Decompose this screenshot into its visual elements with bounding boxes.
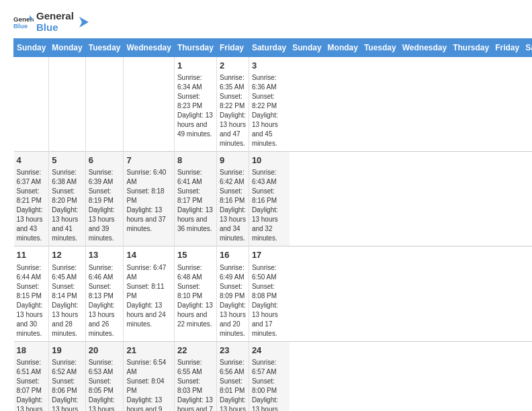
day-number: 15 bbox=[177, 249, 214, 261]
day-number: 9 bbox=[220, 154, 246, 167]
calendar-cell bbox=[124, 57, 174, 152]
svg-marker-3 bbox=[79, 17, 89, 28]
header: General Blue General Blue bbox=[13, 11, 519, 33]
day-info: Sunrise: 6:39 AMSunset: 8:19 PMDaylight:… bbox=[89, 168, 121, 243]
logo-arrow-icon bbox=[77, 15, 90, 29]
day-info: Sunrise: 6:43 AMSunset: 8:16 PMDaylight:… bbox=[252, 168, 287, 243]
day-number: 13 bbox=[89, 249, 121, 261]
header-friday: Friday bbox=[216, 39, 249, 57]
day-info: Sunrise: 6:49 AMSunset: 8:09 PMDaylight:… bbox=[220, 263, 246, 338]
day-number: 17 bbox=[252, 249, 287, 261]
day-number: 23 bbox=[220, 345, 246, 357]
calendar-cell: 22Sunrise: 6:55 AMSunset: 8:03 PMDayligh… bbox=[174, 341, 216, 411]
day-number: 22 bbox=[177, 345, 214, 357]
day-info: Sunrise: 6:48 AMSunset: 8:10 PMDaylight:… bbox=[177, 263, 214, 329]
calendar-cell: 20Sunrise: 6:53 AMSunset: 8:05 PMDayligh… bbox=[85, 341, 124, 411]
day-info: Sunrise: 6:53 AMSunset: 8:05 PMDaylight:… bbox=[89, 358, 121, 411]
day-number: 3 bbox=[252, 60, 287, 72]
header-day-sunday: Sunday bbox=[290, 39, 324, 57]
logo-icon: General Blue bbox=[13, 14, 34, 30]
calendar-cell bbox=[85, 57, 124, 152]
day-number: 21 bbox=[126, 345, 171, 357]
day-info: Sunrise: 6:41 AMSunset: 8:17 PMDaylight:… bbox=[177, 168, 214, 234]
day-number: 16 bbox=[220, 249, 246, 261]
svg-text:Blue: Blue bbox=[13, 22, 28, 30]
day-info: Sunrise: 6:47 AMSunset: 8:11 PMDaylight:… bbox=[126, 263, 171, 329]
header-tuesday: Tuesday bbox=[85, 39, 124, 57]
day-number: 18 bbox=[17, 345, 46, 357]
header-day-monday: Monday bbox=[324, 39, 361, 57]
calendar-week-row: 4Sunrise: 6:37 AMSunset: 8:21 PMDaylight… bbox=[14, 152, 533, 246]
day-number: 4 bbox=[17, 154, 46, 167]
logo-blue-text: Blue bbox=[36, 22, 74, 34]
header-sunday: Sunday bbox=[14, 39, 49, 57]
day-number: 1 bbox=[177, 60, 214, 72]
calendar-cell: 14Sunrise: 6:47 AMSunset: 8:11 PMDayligh… bbox=[124, 246, 174, 341]
day-number: 5 bbox=[52, 154, 82, 167]
calendar-cell: 21Sunrise: 6:54 AMSunset: 8:04 PMDayligh… bbox=[124, 341, 174, 411]
day-info: Sunrise: 6:55 AMSunset: 8:03 PMDaylight:… bbox=[177, 358, 214, 411]
header-wednesday: Wednesday bbox=[124, 39, 174, 57]
day-info: Sunrise: 6:42 AMSunset: 8:16 PMDaylight:… bbox=[220, 168, 246, 243]
day-info: Sunrise: 6:46 AMSunset: 8:13 PMDaylight:… bbox=[89, 263, 121, 338]
day-number: 24 bbox=[252, 345, 287, 357]
calendar-cell: 13Sunrise: 6:46 AMSunset: 8:13 PMDayligh… bbox=[85, 246, 124, 341]
day-number: 2 bbox=[220, 60, 246, 72]
calendar-cell: 16Sunrise: 6:49 AMSunset: 8:09 PMDayligh… bbox=[216, 246, 249, 341]
calendar-cell: 12Sunrise: 6:45 AMSunset: 8:14 PMDayligh… bbox=[49, 246, 85, 341]
calendar-cell bbox=[49, 57, 85, 152]
calendar-cell: 7Sunrise: 6:40 AMSunset: 8:18 PMDaylight… bbox=[124, 152, 174, 246]
day-number: 10 bbox=[252, 154, 287, 167]
calendar-cell: 5Sunrise: 6:38 AMSunset: 8:20 PMDaylight… bbox=[49, 152, 85, 246]
header-day-wednesday: Wednesday bbox=[399, 39, 449, 57]
day-number: 11 bbox=[17, 249, 46, 261]
logo: General Blue General Blue bbox=[13, 11, 90, 33]
calendar-cell: 17Sunrise: 6:50 AMSunset: 8:08 PMDayligh… bbox=[249, 246, 289, 341]
day-number: 12 bbox=[52, 249, 82, 261]
header-monday: Monday bbox=[49, 39, 85, 57]
day-info: Sunrise: 6:38 AMSunset: 8:20 PMDaylight:… bbox=[52, 168, 82, 243]
calendar-cell: 9Sunrise: 6:42 AMSunset: 8:16 PMDaylight… bbox=[216, 152, 249, 246]
calendar-cell: 19Sunrise: 6:52 AMSunset: 8:06 PMDayligh… bbox=[49, 341, 85, 411]
calendar-cell: 6Sunrise: 6:39 AMSunset: 8:19 PMDaylight… bbox=[85, 152, 124, 246]
calendar-cell: 10Sunrise: 6:43 AMSunset: 8:16 PMDayligh… bbox=[249, 152, 289, 246]
day-info: Sunrise: 6:34 AMSunset: 8:23 PMDaylight:… bbox=[177, 73, 214, 139]
calendar-cell: 23Sunrise: 6:56 AMSunset: 8:01 PMDayligh… bbox=[216, 341, 249, 411]
day-info: Sunrise: 6:44 AMSunset: 8:15 PMDaylight:… bbox=[17, 263, 46, 338]
header-day-tuesday: Tuesday bbox=[361, 39, 399, 57]
calendar-cell: 24Sunrise: 6:57 AMSunset: 8:00 PMDayligh… bbox=[249, 341, 289, 411]
day-info: Sunrise: 6:45 AMSunset: 8:14 PMDaylight:… bbox=[52, 263, 82, 338]
calendar-table: SundayMondayTuesdayWednesdayThursdayFrid… bbox=[13, 38, 532, 411]
calendar-cell: 1Sunrise: 6:34 AMSunset: 8:23 PMDaylight… bbox=[174, 57, 216, 152]
calendar-cell: 3Sunrise: 6:36 AMSunset: 8:22 PMDaylight… bbox=[249, 57, 289, 152]
day-info: Sunrise: 6:50 AMSunset: 8:08 PMDaylight:… bbox=[252, 263, 287, 338]
calendar-cell: 8Sunrise: 6:41 AMSunset: 8:17 PMDaylight… bbox=[174, 152, 216, 246]
header-thursday: Thursday bbox=[174, 39, 216, 57]
day-number: 7 bbox=[126, 154, 171, 167]
calendar-cell: 4Sunrise: 6:37 AMSunset: 8:21 PMDaylight… bbox=[14, 152, 49, 246]
calendar-cell bbox=[14, 57, 49, 152]
day-number: 6 bbox=[89, 154, 121, 167]
day-info: Sunrise: 6:40 AMSunset: 8:18 PMDaylight:… bbox=[126, 168, 171, 234]
calendar-week-row: 11Sunrise: 6:44 AMSunset: 8:15 PMDayligh… bbox=[14, 246, 533, 341]
day-info: Sunrise: 6:54 AMSunset: 8:04 PMDaylight:… bbox=[126, 358, 171, 411]
header-day-saturday: Saturday bbox=[523, 39, 532, 57]
calendar-cell: 11Sunrise: 6:44 AMSunset: 8:15 PMDayligh… bbox=[14, 246, 49, 341]
day-info: Sunrise: 6:51 AMSunset: 8:07 PMDaylight:… bbox=[17, 358, 46, 411]
day-number: 8 bbox=[177, 154, 214, 167]
day-number: 14 bbox=[126, 249, 171, 261]
header-day-thursday: Thursday bbox=[450, 39, 492, 57]
calendar-header-row: SundayMondayTuesdayWednesdayThursdayFrid… bbox=[14, 39, 533, 57]
calendar-cell: 18Sunrise: 6:51 AMSunset: 8:07 PMDayligh… bbox=[14, 341, 49, 411]
day-info: Sunrise: 6:57 AMSunset: 8:00 PMDaylight:… bbox=[252, 358, 287, 411]
header-day-friday: Friday bbox=[492, 39, 523, 57]
calendar-cell: 2Sunrise: 6:35 AMSunset: 8:22 PMDaylight… bbox=[216, 57, 249, 152]
day-info: Sunrise: 6:56 AMSunset: 8:01 PMDaylight:… bbox=[220, 358, 246, 411]
calendar-week-row: 18Sunrise: 6:51 AMSunset: 8:07 PMDayligh… bbox=[14, 341, 533, 411]
header-saturday: Saturday bbox=[249, 39, 289, 57]
day-info: Sunrise: 6:36 AMSunset: 8:22 PMDaylight:… bbox=[252, 73, 287, 148]
day-info: Sunrise: 6:37 AMSunset: 8:21 PMDaylight:… bbox=[17, 168, 46, 243]
day-number: 19 bbox=[52, 345, 82, 357]
day-number: 20 bbox=[89, 345, 121, 357]
calendar-week-row: 1Sunrise: 6:34 AMSunset: 8:23 PMDaylight… bbox=[14, 57, 533, 152]
